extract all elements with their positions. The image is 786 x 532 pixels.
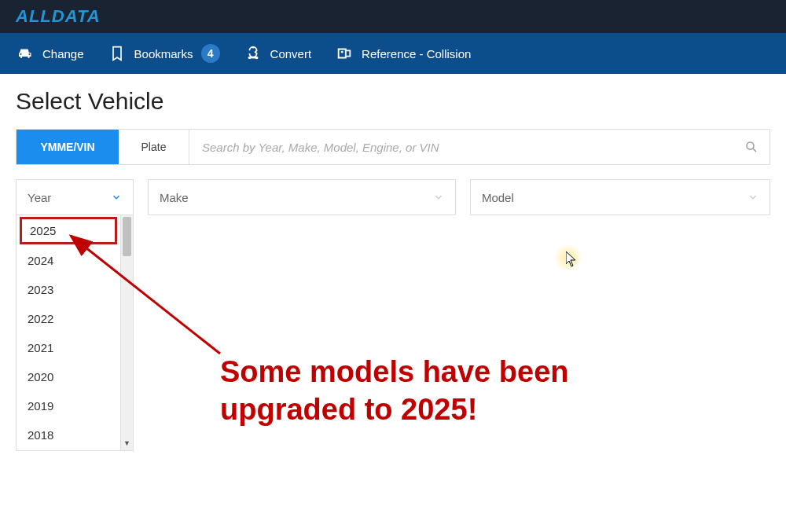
topbar: ALLDATA [0,0,786,33]
year-option-2022[interactable]: 2022 [17,304,120,333]
nav-bookmarks[interactable]: Bookmarks 4 [108,44,220,63]
make-dropdown[interactable]: Make [148,179,456,215]
nav-convert-label: Convert [270,47,312,61]
cursor-icon [566,251,578,267]
year-option-2020[interactable]: 2020 [17,362,120,391]
year-dropdown[interactable]: Year [16,179,134,215]
bookmark-icon [108,44,127,63]
year-option-2024[interactable]: 2024 [17,246,120,275]
model-label: Model [482,191,514,204]
year-option-2021[interactable]: 2021 [17,333,120,362]
nav-bookmarks-label: Bookmarks [134,47,193,61]
nav-reference-label: Reference - Collision [362,47,471,61]
navbar: Change Bookmarks 4 Convert Reference - C… [0,33,786,74]
chevron-down-icon [111,192,122,203]
search-icon[interactable] [733,130,769,164]
logo: ALLDATA [16,6,101,27]
car-change-icon [16,44,35,63]
reference-icon [335,44,354,63]
annotation-text: Some models have been upgraded to 2025! [220,354,569,428]
svg-point-3 [747,142,754,149]
scrollbar-down-arrow[interactable]: ▼ [121,438,133,449]
year-label: Year [28,191,51,204]
bookmarks-badge: 4 [201,44,220,63]
year-list: 2025 2024 2023 2022 2021 2020 2019 2018 … [16,215,134,451]
year-option-2023[interactable]: 2023 [17,275,120,304]
tab-plate[interactable]: Plate [119,130,189,164]
chevron-down-icon [747,192,758,203]
search-row: YMME/VIN Plate [16,129,770,165]
nav-change-label: Change [42,47,84,61]
year-option-2025[interactable]: 2025 [20,217,117,244]
chevron-down-icon [433,192,444,203]
nav-change[interactable]: Change [16,44,84,63]
scrollbar-thumb[interactable] [123,217,131,256]
search-input[interactable] [189,130,733,164]
convert-icon [244,44,263,63]
page-title: Select Vehicle [16,88,770,115]
scrollbar[interactable]: ▼ [120,215,133,450]
year-option-2018[interactable]: 2018 [17,420,120,449]
make-label: Make [160,191,189,204]
svg-point-2 [341,51,343,53]
year-option-2019[interactable]: 2019 [17,391,120,420]
model-dropdown[interactable]: Model [470,179,770,215]
nav-convert[interactable]: Convert [244,44,312,63]
nav-reference[interactable]: Reference - Collision [335,44,471,63]
tab-ymme-vin[interactable]: YMME/VIN [17,130,119,164]
